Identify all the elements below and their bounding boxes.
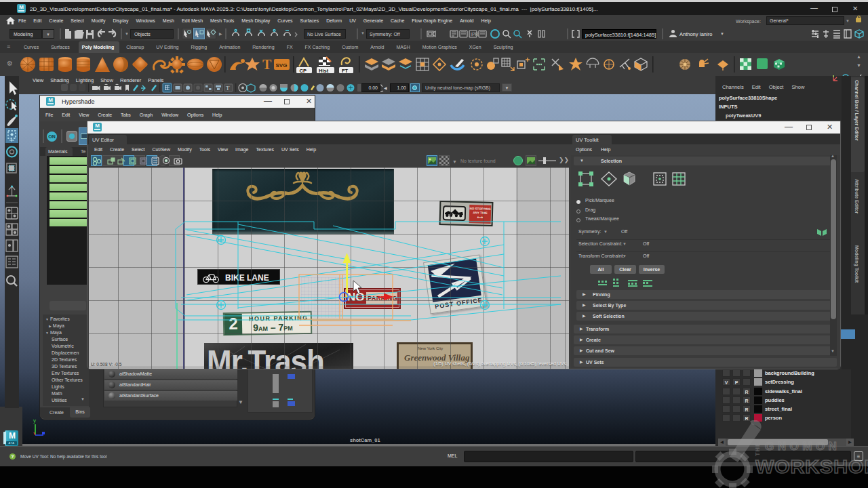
- svg-text:SVG: SVG: [276, 62, 288, 68]
- svg-text:Hist: Hist: [319, 68, 329, 74]
- svg-text:FT: FT: [342, 68, 349, 74]
- svg-text:y: y: [33, 418, 36, 424]
- svg-text:IPR: IPR: [471, 32, 479, 37]
- svg-text:CP: CP: [300, 68, 307, 74]
- svg-text:T: T: [262, 57, 272, 72]
- svg-text:T: T: [226, 85, 230, 92]
